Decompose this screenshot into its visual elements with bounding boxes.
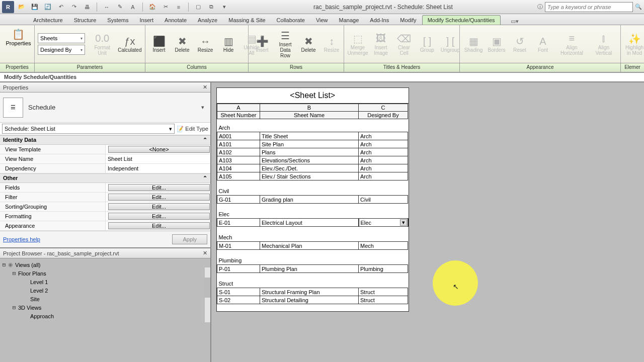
- cell-sheet-number[interactable]: E-01: [217, 219, 260, 227]
- header-sheet-number[interactable]: Sheet Number: [217, 112, 260, 119]
- instance-select[interactable]: Schedule: Sheet List▾: [2, 124, 175, 134]
- row-insert-button[interactable]: ➕Insert: [252, 30, 273, 58]
- cell-sheet-name[interactable]: Title Sheet: [260, 132, 359, 140]
- cell-sheet-name[interactable]: Electrical Layout: [260, 219, 359, 227]
- col-header-a[interactable]: A: [217, 104, 260, 112]
- header-sheet-name[interactable]: Sheet Name: [260, 112, 359, 119]
- col-insert-button[interactable]: ⬛Insert: [148, 30, 170, 58]
- cell-sheet-name[interactable]: Plumbing Plan: [260, 265, 359, 273]
- cell-designed-by[interactable]: Elec▾: [359, 219, 408, 227]
- group-header[interactable]: Arch: [217, 124, 408, 132]
- sync-icon[interactable]: 🔄: [43, 3, 52, 12]
- dim-icon[interactable]: ↔: [102, 3, 111, 12]
- app-icon[interactable]: R: [2, 1, 14, 13]
- tree-3d-views[interactable]: 3D Views: [17, 305, 41, 311]
- cell-designed-by[interactable]: Arch: [359, 172, 408, 180]
- group-header[interactable]: Elec: [217, 211, 408, 219]
- tab-architecture[interactable]: Architecture: [28, 15, 68, 25]
- highlight-button[interactable]: ✨Highligh in Mod: [624, 30, 644, 58]
- undo-icon[interactable]: ↶: [56, 3, 65, 12]
- edit-type-button[interactable]: 📝Edit Type: [177, 126, 208, 132]
- sorting-edit-button[interactable]: Edit...: [108, 203, 210, 210]
- cell-sheet-number[interactable]: A001: [217, 132, 260, 140]
- apply-button[interactable]: Apply: [172, 234, 207, 244]
- formatting-edit-button[interactable]: Edit...: [108, 213, 210, 220]
- cell-sheet-name[interactable]: Mechanical Plan: [260, 242, 359, 250]
- fields-edit-button[interactable]: Edit...: [108, 184, 210, 191]
- category-other[interactable]: Other⌃: [0, 173, 210, 183]
- tab-modify[interactable]: Modify: [394, 15, 422, 25]
- col-hide-button[interactable]: ▥Hide: [218, 30, 239, 58]
- cell-designed-by[interactable]: Plumbing: [359, 265, 408, 273]
- row-datarow-button[interactable]: ☰Insert Data Row: [275, 30, 296, 58]
- align-v-button[interactable]: ⫿Align Vertical: [590, 30, 617, 58]
- tree-site[interactable]: Site: [29, 296, 40, 302]
- search-icon[interactable]: 🔍: [635, 4, 642, 10]
- save-icon[interactable]: 💾: [30, 3, 39, 12]
- cell-sheet-number[interactable]: S-02: [217, 296, 260, 304]
- tree-views-all[interactable]: Views (all): [14, 262, 41, 268]
- col-header-c[interactable]: C: [359, 104, 408, 112]
- cell-designed-by[interactable]: Arch: [359, 156, 408, 164]
- cell-sheet-number[interactable]: A103: [217, 156, 260, 164]
- col-resize-button[interactable]: ↔Resize: [195, 30, 216, 58]
- help-search-input[interactable]: [545, 2, 633, 12]
- dropdown-icon[interactable]: ▾: [220, 3, 229, 12]
- expander-icon[interactable]: ⊟: [1, 261, 7, 268]
- merge-button[interactable]: ⬚Merge Unmerge: [347, 30, 368, 58]
- cell-sheet-name[interactable]: Structural Framing Plan: [260, 288, 359, 296]
- cell-sheet-name[interactable]: Grading plan: [260, 196, 359, 204]
- tab-analyze[interactable]: Analyze: [192, 15, 223, 25]
- tree-level2[interactable]: Level 2: [29, 288, 48, 294]
- tab-collaborate[interactable]: Collaborate: [271, 15, 310, 25]
- cell-sheet-name[interactable]: Elevations/Sections: [260, 156, 359, 164]
- cell-designed-by[interactable]: Arch: [359, 132, 408, 140]
- group-header[interactable]: Struct: [217, 280, 408, 288]
- calculated-button[interactable]: ƒxCalculated: [118, 30, 142, 58]
- tab-systems[interactable]: Systems: [102, 15, 134, 25]
- thin-lines-icon[interactable]: ≡: [174, 3, 183, 12]
- parameter-select[interactable]: Designed By: [38, 45, 85, 55]
- scrollbar[interactable]: [204, 267, 210, 322]
- group-button[interactable]: [ ]Group: [417, 30, 438, 58]
- borders-button[interactable]: ▣Borders: [486, 30, 507, 58]
- cell-sheet-number[interactable]: A102: [217, 148, 260, 156]
- cell-sheet-number[interactable]: A104: [217, 164, 260, 172]
- filter-edit-button[interactable]: Edit...: [108, 194, 210, 201]
- text-icon[interactable]: A: [128, 3, 137, 12]
- ungroup-button[interactable]: ] [Ungroup: [440, 30, 461, 58]
- box-icon[interactable]: ▭▾: [511, 18, 519, 25]
- row-delete-button[interactable]: ✖Delete: [298, 30, 319, 58]
- cell-sheet-number[interactable]: A101: [217, 140, 260, 148]
- dropdown-icon[interactable]: ▾: [400, 219, 407, 226]
- cell-designed-by[interactable]: Arch: [359, 164, 408, 172]
- tree-level1[interactable]: Level 1: [29, 279, 48, 285]
- tree-floor-plans[interactable]: Floor Plans: [17, 270, 46, 277]
- clear-cell-button[interactable]: ⌫Clear Cell: [393, 30, 415, 58]
- tab-massing-site[interactable]: Massing & Site: [223, 15, 271, 25]
- cell-sheet-name[interactable]: Structural Detailing: [260, 296, 359, 304]
- cell-sheet-number[interactable]: P-01: [217, 265, 260, 273]
- cell-sheet-number[interactable]: G-01: [217, 196, 260, 204]
- tab-insert[interactable]: Insert: [134, 15, 159, 25]
- reset-button[interactable]: ↺Reset: [509, 30, 530, 58]
- font-button[interactable]: AFont: [532, 30, 553, 58]
- cell-sheet-name[interactable]: Elev./ Stair Sections: [260, 172, 359, 180]
- cell-sheet-name[interactable]: Elev./Sec./Det.: [260, 164, 359, 172]
- open-icon[interactable]: 📂: [17, 3, 26, 12]
- tab-manage[interactable]: Manage: [334, 15, 365, 25]
- col-header-b[interactable]: B: [260, 104, 359, 112]
- tab-structure[interactable]: Structure: [68, 15, 102, 25]
- close-views-icon[interactable]: ▢: [194, 3, 203, 12]
- cell-designed-by[interactable]: Arch: [359, 140, 408, 148]
- cell-designed-by[interactable]: Arch: [359, 148, 408, 156]
- cell-sheet-name[interactable]: Site Plan: [260, 140, 359, 148]
- type-selector[interactable]: ☰ Schedule ▾: [0, 93, 210, 123]
- format-unit-button[interactable]: 0.0Format Unit: [89, 30, 116, 58]
- align-h-button[interactable]: ≡Align Horizontal: [555, 30, 588, 58]
- group-header[interactable]: Plumbing: [217, 257, 408, 265]
- cell-sheet-name[interactable]: Plans: [260, 148, 359, 156]
- tab-modify-schedule-quantities[interactable]: Modify Schedule/Quantities: [422, 15, 501, 25]
- close-icon[interactable]: ✕: [203, 84, 207, 90]
- close-icon[interactable]: ✕: [203, 250, 207, 256]
